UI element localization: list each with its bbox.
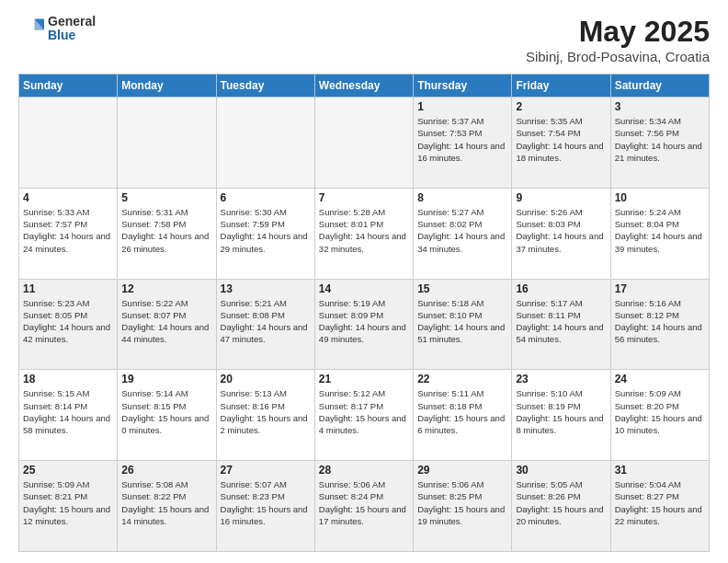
table-row: 15Sunrise: 5:18 AMSunset: 8:10 PMDayligh… <box>414 279 512 370</box>
table-row: 1Sunrise: 5:37 AMSunset: 7:53 PMDaylight… <box>414 98 512 189</box>
day-number: 13 <box>221 282 311 295</box>
table-row: 14Sunrise: 5:19 AMSunset: 8:09 PMDayligh… <box>314 279 413 370</box>
table-row: 2Sunrise: 5:35 AMSunset: 7:54 PMDaylight… <box>512 98 610 189</box>
header-saturday: Saturday <box>610 75 709 98</box>
day-number: 30 <box>516 464 606 477</box>
table-row: 22Sunrise: 5:11 AMSunset: 8:18 PMDayligh… <box>414 370 512 461</box>
header: General Blue May 2025 Sibinj, Brod-Posav… <box>18 15 710 64</box>
table-row <box>314 98 413 189</box>
day-number: 16 <box>516 282 606 295</box>
day-number: 5 <box>121 191 211 204</box>
day-info: Sunrise: 5:09 AMSunset: 8:20 PMDaylight:… <box>615 387 705 436</box>
day-info: Sunrise: 5:34 AMSunset: 7:56 PMDaylight:… <box>615 115 705 164</box>
header-friday: Friday <box>512 75 610 98</box>
day-info: Sunrise: 5:26 AMSunset: 8:03 PMDaylight:… <box>516 206 606 255</box>
day-number: 6 <box>221 191 311 204</box>
calendar-week-row: 11Sunrise: 5:23 AMSunset: 8:05 PMDayligh… <box>19 279 710 370</box>
day-info: Sunrise: 5:24 AMSunset: 8:04 PMDaylight:… <box>615 206 705 255</box>
day-number: 14 <box>319 282 409 295</box>
calendar-table: Sunday Monday Tuesday Wednesday Thursday… <box>18 74 710 552</box>
logo-icon <box>18 16 44 41</box>
table-row: 19Sunrise: 5:14 AMSunset: 8:15 PMDayligh… <box>118 370 216 461</box>
day-number: 25 <box>23 464 113 477</box>
table-row: 5Sunrise: 5:31 AMSunset: 7:58 PMDaylight… <box>118 188 216 279</box>
day-number: 28 <box>319 464 409 477</box>
table-row: 17Sunrise: 5:16 AMSunset: 8:12 PMDayligh… <box>610 279 709 370</box>
day-info: Sunrise: 5:14 AMSunset: 8:15 PMDaylight:… <box>121 387 211 436</box>
day-number: 20 <box>221 373 311 385</box>
table-row: 31Sunrise: 5:04 AMSunset: 8:27 PMDayligh… <box>610 461 709 552</box>
day-info: Sunrise: 5:37 AMSunset: 7:53 PMDaylight:… <box>417 115 507 164</box>
table-row <box>19 98 118 189</box>
day-info: Sunrise: 5:30 AMSunset: 7:59 PMDaylight:… <box>221 206 311 255</box>
day-info: Sunrise: 5:31 AMSunset: 7:58 PMDaylight:… <box>121 206 211 255</box>
header-wednesday: Wednesday <box>314 75 413 98</box>
table-row: 20Sunrise: 5:13 AMSunset: 8:16 PMDayligh… <box>216 370 314 461</box>
day-number: 7 <box>319 191 409 204</box>
day-info: Sunrise: 5:23 AMSunset: 8:05 PMDaylight:… <box>23 297 113 346</box>
table-row: 29Sunrise: 5:06 AMSunset: 8:25 PMDayligh… <box>414 461 512 552</box>
day-info: Sunrise: 5:11 AMSunset: 8:18 PMDaylight:… <box>417 387 507 436</box>
calendar-week-row: 4Sunrise: 5:33 AMSunset: 7:57 PMDaylight… <box>19 188 710 279</box>
day-number: 24 <box>615 373 705 385</box>
day-number: 22 <box>417 373 507 385</box>
day-info: Sunrise: 5:33 AMSunset: 7:57 PMDaylight:… <box>23 206 113 255</box>
day-number: 17 <box>615 282 705 295</box>
day-number: 8 <box>417 191 507 204</box>
logo: General Blue <box>18 15 96 43</box>
header-sunday: Sunday <box>19 75 118 98</box>
day-info: Sunrise: 5:16 AMSunset: 8:12 PMDaylight:… <box>615 297 705 346</box>
day-info: Sunrise: 5:19 AMSunset: 8:09 PMDaylight:… <box>319 297 409 346</box>
table-row: 9Sunrise: 5:26 AMSunset: 8:03 PMDaylight… <box>512 188 610 279</box>
day-number: 2 <box>516 100 606 113</box>
day-info: Sunrise: 5:28 AMSunset: 8:01 PMDaylight:… <box>319 206 409 255</box>
day-info: Sunrise: 5:18 AMSunset: 8:10 PMDaylight:… <box>417 297 507 346</box>
day-info: Sunrise: 5:35 AMSunset: 7:54 PMDaylight:… <box>516 115 606 164</box>
calendar-week-row: 18Sunrise: 5:15 AMSunset: 8:14 PMDayligh… <box>19 370 710 461</box>
weekday-header-row: Sunday Monday Tuesday Wednesday Thursday… <box>19 75 710 98</box>
day-info: Sunrise: 5:06 AMSunset: 8:25 PMDaylight:… <box>417 478 507 527</box>
table-row: 10Sunrise: 5:24 AMSunset: 8:04 PMDayligh… <box>610 188 709 279</box>
table-row: 16Sunrise: 5:17 AMSunset: 8:11 PMDayligh… <box>512 279 610 370</box>
logo-text: General Blue <box>48 15 96 43</box>
calendar-week-row: 25Sunrise: 5:09 AMSunset: 8:21 PMDayligh… <box>19 461 710 552</box>
day-number: 29 <box>417 464 507 477</box>
table-row: 6Sunrise: 5:30 AMSunset: 7:59 PMDaylight… <box>216 188 314 279</box>
day-number: 18 <box>23 373 113 385</box>
table-row: 24Sunrise: 5:09 AMSunset: 8:20 PMDayligh… <box>610 370 709 461</box>
title-block: May 2025 Sibinj, Brod-Posavina, Croatia <box>526 15 710 64</box>
day-info: Sunrise: 5:04 AMSunset: 8:27 PMDaylight:… <box>615 478 705 527</box>
day-number: 31 <box>615 464 705 477</box>
table-row: 28Sunrise: 5:06 AMSunset: 8:24 PMDayligh… <box>314 461 413 552</box>
table-row: 26Sunrise: 5:08 AMSunset: 8:22 PMDayligh… <box>118 461 216 552</box>
day-info: Sunrise: 5:15 AMSunset: 8:14 PMDaylight:… <box>23 387 113 436</box>
table-row: 25Sunrise: 5:09 AMSunset: 8:21 PMDayligh… <box>19 461 118 552</box>
table-row: 12Sunrise: 5:22 AMSunset: 8:07 PMDayligh… <box>118 279 216 370</box>
table-row: 4Sunrise: 5:33 AMSunset: 7:57 PMDaylight… <box>19 188 118 279</box>
day-info: Sunrise: 5:06 AMSunset: 8:24 PMDaylight:… <box>319 478 409 527</box>
day-number: 3 <box>615 100 705 113</box>
day-info: Sunrise: 5:13 AMSunset: 8:16 PMDaylight:… <box>221 387 311 436</box>
day-info: Sunrise: 5:27 AMSunset: 8:02 PMDaylight:… <box>417 206 507 255</box>
location-title: Sibinj, Brod-Posavina, Croatia <box>526 49 710 64</box>
table-row: 30Sunrise: 5:05 AMSunset: 8:26 PMDayligh… <box>512 461 610 552</box>
header-thursday: Thursday <box>414 75 512 98</box>
day-number: 4 <box>23 191 113 204</box>
day-number: 1 <box>417 100 507 113</box>
month-title: May 2025 <box>526 15 710 49</box>
day-info: Sunrise: 5:10 AMSunset: 8:19 PMDaylight:… <box>516 387 606 436</box>
table-row: 27Sunrise: 5:07 AMSunset: 8:23 PMDayligh… <box>216 461 314 552</box>
day-number: 23 <box>516 373 606 385</box>
calendar-week-row: 1Sunrise: 5:37 AMSunset: 7:53 PMDaylight… <box>19 98 710 189</box>
day-number: 15 <box>417 282 507 295</box>
table-row: 23Sunrise: 5:10 AMSunset: 8:19 PMDayligh… <box>512 370 610 461</box>
day-number: 27 <box>221 464 311 477</box>
table-row: 7Sunrise: 5:28 AMSunset: 8:01 PMDaylight… <box>314 188 413 279</box>
day-number: 21 <box>319 373 409 385</box>
day-number: 11 <box>23 282 113 295</box>
table-row: 21Sunrise: 5:12 AMSunset: 8:17 PMDayligh… <box>314 370 413 461</box>
day-number: 12 <box>121 282 211 295</box>
table-row: 13Sunrise: 5:21 AMSunset: 8:08 PMDayligh… <box>216 279 314 370</box>
logo-blue-text: Blue <box>48 29 96 42</box>
table-row <box>216 98 314 189</box>
